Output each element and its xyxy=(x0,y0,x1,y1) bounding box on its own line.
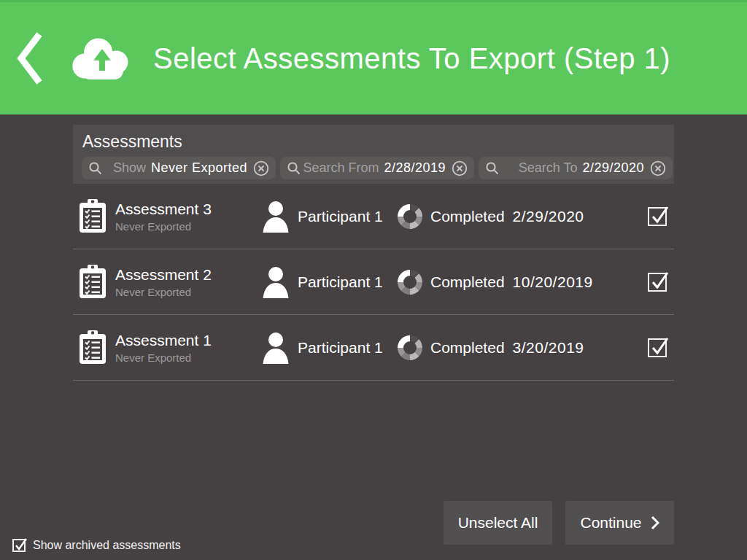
row-checkbox[interactable] xyxy=(648,207,667,226)
assessment-title: Assessment 1 xyxy=(115,332,212,349)
filter-to-pill[interactable]: Search To 2/29/2020 xyxy=(479,157,673,179)
unselect-all-button[interactable]: Unselect All xyxy=(444,501,552,545)
participant-name: Participant 1 xyxy=(298,273,383,291)
status-date: 10/20/2019 xyxy=(513,273,593,291)
assessments-panel: Assessments Show Never Exported xyxy=(73,125,674,184)
assessment-list: Assessment 3 Never Exported Participant … xyxy=(73,184,674,381)
cloud-upload-icon xyxy=(71,37,133,79)
assessment-export-status: Never Exported xyxy=(115,351,212,364)
filter-value: 2/28/2019 xyxy=(384,160,446,176)
participant-name: Participant 1 xyxy=(298,339,383,357)
chevron-left-icon xyxy=(16,31,44,85)
status-label: Completed xyxy=(430,273,505,291)
search-icon xyxy=(485,161,500,176)
person-icon xyxy=(261,201,290,233)
clipboard-checklist-icon xyxy=(79,330,107,365)
filter-label: Show xyxy=(113,160,146,176)
search-icon xyxy=(287,161,301,176)
filter-show-pill[interactable]: Show Never Exported xyxy=(82,157,276,179)
page-title: Select Assessments To Export (Step 1) xyxy=(153,42,670,75)
status-label: Completed xyxy=(430,208,505,225)
person-icon xyxy=(261,266,290,298)
clipboard-checklist-icon xyxy=(79,265,107,299)
clipboard-checklist-icon xyxy=(79,199,107,233)
assessment-title: Assessment 2 xyxy=(115,266,212,284)
person-icon xyxy=(261,332,290,364)
header-bar: Select Assessments To Export (Step 1) xyxy=(0,0,747,114)
row-checkbox[interactable] xyxy=(648,338,667,357)
assessment-row[interactable]: Assessment 2 Never Exported Participant … xyxy=(73,249,674,315)
show-archived-toggle[interactable]: Show archived assessments xyxy=(12,539,181,552)
panel-title: Assessments xyxy=(73,125,674,152)
show-archived-label: Show archived assessments xyxy=(33,539,181,552)
assessment-export-status: Never Exported xyxy=(115,220,212,233)
status-date: 3/20/2019 xyxy=(513,339,584,357)
progress-donut-icon xyxy=(398,270,422,295)
checked-checkbox-icon[interactable] xyxy=(12,539,26,552)
circle-x-icon[interactable] xyxy=(452,160,468,176)
circle-x-icon[interactable] xyxy=(650,160,666,176)
continue-label: Continue xyxy=(580,514,641,532)
circle-x-icon[interactable] xyxy=(253,160,269,176)
search-icon xyxy=(88,161,103,176)
status-date: 2/29/2020 xyxy=(513,208,584,225)
row-checkbox[interactable] xyxy=(648,273,667,292)
filter-from-pill[interactable]: Search From 2/28/2019 xyxy=(280,157,474,179)
status-label: Completed xyxy=(430,339,505,357)
unselect-all-label: Unselect All xyxy=(458,514,538,532)
chevron-right-icon xyxy=(651,516,659,530)
filter-value: 2/29/2020 xyxy=(582,160,644,176)
assessment-title: Assessment 3 xyxy=(115,201,212,218)
assessment-export-status: Never Exported xyxy=(115,286,212,298)
filter-value: Never Exported xyxy=(151,160,247,176)
filter-label: Search From xyxy=(303,160,379,176)
footer-actions: Unselect All Continue xyxy=(444,501,674,545)
progress-donut-icon xyxy=(398,335,422,360)
progress-donut-icon xyxy=(398,204,422,229)
participant-name: Participant 1 xyxy=(298,208,383,225)
continue-button[interactable]: Continue xyxy=(565,501,674,545)
filter-bar: Show Never Exported Search From 2/28/201… xyxy=(82,157,673,179)
assessment-row[interactable]: Assessment 1 Never Exported Participant … xyxy=(73,315,674,381)
filter-label: Search To xyxy=(519,160,578,176)
back-button[interactable] xyxy=(4,2,55,114)
assessment-row[interactable]: Assessment 3 Never Exported Participant … xyxy=(73,184,674,249)
